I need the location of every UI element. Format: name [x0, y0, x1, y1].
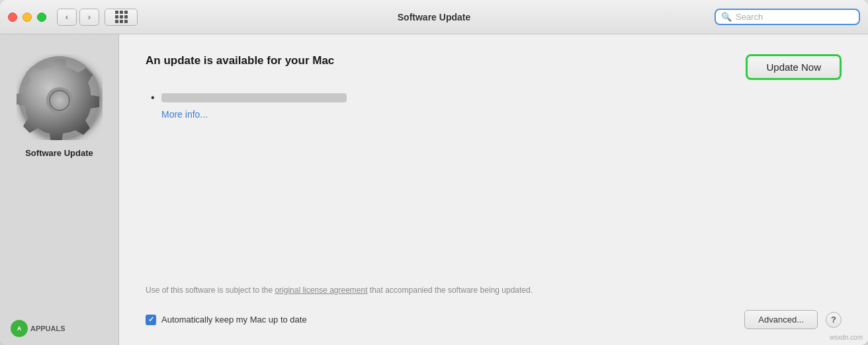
update-item: •	[151, 92, 842, 104]
search-box: 🔍	[715, 9, 860, 25]
auto-update-container: ✓ Automatically keep my Mac up to date	[146, 315, 307, 325]
spacer	[146, 135, 842, 284]
auto-update-label: Automatically keep my Mac up to date	[161, 315, 307, 325]
update-now-button[interactable]: Update Now	[746, 54, 842, 80]
more-info-link[interactable]: More info...	[161, 109, 842, 120]
watermark-text: wsxdn.com	[830, 334, 863, 341]
search-input[interactable]	[736, 12, 853, 22]
forward-icon: ›	[88, 12, 91, 22]
nav-buttons: ‹ ›	[57, 9, 99, 26]
main-panel: An update is available for your Mac Upda…	[119, 34, 868, 345]
window-title: Software Update	[398, 12, 470, 22]
advanced-button[interactable]: Advanced...	[744, 310, 818, 329]
update-section: An update is available for your Mac Upda…	[146, 54, 842, 80]
update-title: An update is available for your Mac	[146, 54, 334, 67]
minimize-button[interactable]	[22, 13, 32, 22]
titlebar: ‹ › Software Update 🔍	[0, 0, 868, 34]
appuals-logo: A	[11, 320, 28, 337]
bottom-bar: ✓ Automatically keep my Mac up to date A…	[146, 310, 842, 329]
sidebar: Software Update A APPUALS	[0, 34, 119, 345]
app-icon	[17, 54, 103, 140]
appuals-text: APPUALS	[30, 325, 65, 332]
maximize-button[interactable]	[37, 13, 46, 22]
main-content: Software Update A APPUALS An update is a…	[0, 34, 868, 345]
forward-button[interactable]: ›	[79, 9, 99, 26]
search-icon: 🔍	[721, 12, 732, 22]
appuals-watermark: A APPUALS	[11, 320, 65, 337]
checkmark-icon: ✓	[148, 315, 154, 324]
update-item-text	[161, 93, 347, 102]
grid-icon	[115, 11, 128, 23]
help-button[interactable]: ?	[826, 312, 842, 328]
traffic-lights	[8, 13, 46, 22]
license-link[interactable]: original license agreement	[275, 286, 367, 295]
auto-update-checkbox[interactable]: ✓	[146, 315, 156, 325]
back-icon: ‹	[65, 12, 68, 22]
bullet-point: •	[151, 92, 155, 104]
close-button[interactable]	[8, 13, 17, 22]
back-button[interactable]: ‹	[57, 9, 77, 26]
license-text: Use of this software is subject to the o…	[146, 284, 569, 297]
grid-view-button[interactable]	[105, 9, 138, 26]
sidebar-app-label: Software Update	[25, 148, 93, 158]
